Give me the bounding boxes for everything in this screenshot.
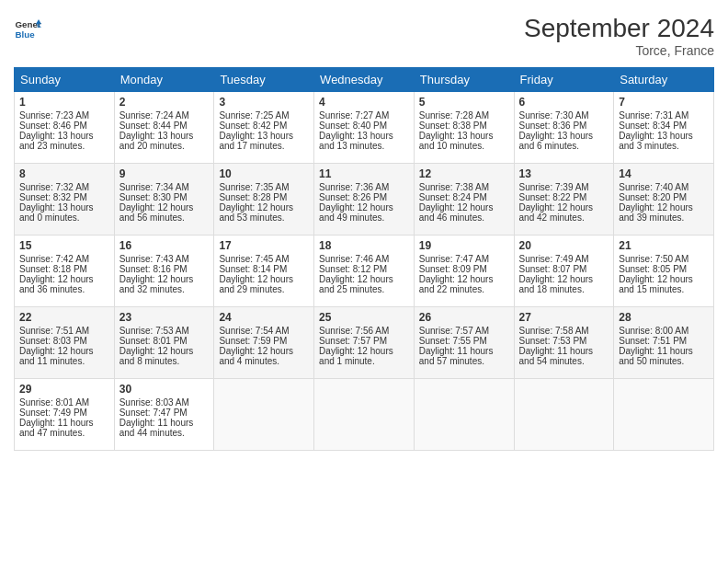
day-number: 30 (119, 383, 210, 396)
sunrise: Sunrise: 7:56 AM (319, 326, 389, 336)
day-number: 9 (119, 167, 210, 180)
sunrise: Sunrise: 7:40 AM (619, 182, 688, 192)
daylight: Daylight: 12 hours and 1 minute. (319, 346, 393, 366)
sunset: Sunset: 8:46 PM (19, 121, 87, 131)
logo: General Blue (14, 14, 41, 41)
calendar-cell (414, 379, 514, 451)
sunset: Sunset: 7:57 PM (319, 336, 387, 346)
sunrise: Sunrise: 7:58 AM (519, 326, 589, 336)
calendar-row: 8Sunrise: 7:32 AMSunset: 8:32 PMDaylight… (15, 164, 714, 236)
day-number: 3 (219, 96, 309, 109)
sunset: Sunset: 7:49 PM (19, 408, 87, 418)
daylight: Daylight: 12 hours and 8 minutes. (119, 346, 194, 366)
daylight: Daylight: 13 hours and 23 minutes. (19, 131, 94, 151)
sunrise: Sunrise: 7:31 AM (619, 110, 688, 121)
day-number: 29 (19, 383, 109, 396)
day-number: 8 (19, 167, 109, 180)
sunset: Sunset: 8:12 PM (319, 264, 387, 274)
sunset: Sunset: 8:34 PM (619, 121, 687, 131)
daylight: Daylight: 12 hours and 4 minutes. (219, 346, 293, 366)
sunrise: Sunrise: 7:28 AM (419, 110, 489, 121)
sunrise: Sunrise: 7:30 AM (519, 110, 589, 121)
title-block: September 2024 Torce, France (524, 14, 714, 58)
daylight: Daylight: 11 hours and 47 minutes. (19, 418, 94, 438)
calendar-cell: 1Sunrise: 7:23 AMSunset: 8:46 PMDaylight… (15, 92, 115, 164)
day-number: 4 (319, 96, 409, 109)
sunset: Sunset: 8:05 PM (619, 264, 687, 274)
day-number: 13 (519, 167, 609, 180)
day-number: 19 (419, 239, 509, 252)
daylight: Daylight: 11 hours and 54 minutes. (519, 346, 594, 366)
day-number: 15 (19, 239, 109, 252)
daylight: Daylight: 12 hours and 56 minutes. (119, 202, 194, 223)
sunset: Sunset: 7:53 PM (519, 336, 587, 346)
calendar-row: 15Sunrise: 7:42 AMSunset: 8:18 PMDayligh… (15, 236, 714, 307)
sunrise: Sunrise: 7:49 AM (519, 254, 589, 264)
daylight: Daylight: 12 hours and 49 minutes. (319, 202, 393, 223)
calendar-cell (214, 379, 314, 451)
sunset: Sunset: 8:28 PM (219, 192, 287, 202)
day-number: 18 (319, 239, 409, 252)
calendar-row: 1Sunrise: 7:23 AMSunset: 8:46 PMDaylight… (15, 92, 714, 164)
calendar-cell: 24Sunrise: 7:54 AMSunset: 7:59 PMDayligh… (214, 307, 314, 379)
day-number: 27 (519, 311, 609, 324)
daylight: Daylight: 13 hours and 10 minutes. (419, 131, 494, 151)
day-number: 21 (619, 239, 709, 252)
sunset: Sunset: 7:55 PM (419, 336, 487, 346)
calendar-cell: 3Sunrise: 7:25 AMSunset: 8:42 PMDaylight… (214, 92, 314, 164)
calendar-cell (314, 379, 415, 451)
calendar-table: Sunday Monday Tuesday Wednesday Thursday… (14, 67, 714, 451)
calendar-cell: 8Sunrise: 7:32 AMSunset: 8:32 PMDaylight… (15, 164, 115, 236)
sunset: Sunset: 8:30 PM (119, 192, 188, 202)
sunrise: Sunrise: 7:35 AM (219, 182, 289, 192)
calendar-cell: 17Sunrise: 7:45 AMSunset: 8:14 PMDayligh… (214, 236, 314, 307)
sunrise: Sunrise: 7:43 AM (119, 254, 189, 264)
sunrise: Sunrise: 7:45 AM (219, 254, 289, 264)
day-number: 25 (319, 311, 409, 324)
day-number: 22 (19, 311, 109, 324)
day-number: 20 (519, 239, 609, 252)
sunrise: Sunrise: 7:36 AM (319, 182, 389, 192)
calendar-cell: 21Sunrise: 7:50 AMSunset: 8:05 PMDayligh… (614, 236, 714, 307)
daylight: Daylight: 12 hours and 29 minutes. (219, 274, 293, 294)
month-title: September 2024 (524, 14, 714, 43)
daylight: Daylight: 11 hours and 50 minutes. (619, 346, 693, 366)
daylight: Daylight: 13 hours and 20 minutes. (119, 131, 194, 151)
sunset: Sunset: 8:14 PM (219, 264, 287, 274)
sunset: Sunset: 8:01 PM (119, 336, 188, 346)
calendar-cell: 28Sunrise: 8:00 AMSunset: 7:51 PMDayligh… (614, 307, 714, 379)
calendar-cell: 4Sunrise: 7:27 AMSunset: 8:40 PMDaylight… (314, 92, 415, 164)
col-wednesday: Wednesday (314, 68, 415, 92)
day-number: 14 (619, 167, 709, 180)
calendar-cell: 14Sunrise: 7:40 AMSunset: 8:20 PMDayligh… (614, 164, 714, 236)
sunrise: Sunrise: 7:34 AM (119, 182, 189, 192)
sunrise: Sunrise: 7:47 AM (419, 254, 489, 264)
col-friday: Friday (514, 68, 614, 92)
calendar-cell: 27Sunrise: 7:58 AMSunset: 7:53 PMDayligh… (514, 307, 614, 379)
calendar-cell: 2Sunrise: 7:24 AMSunset: 8:44 PMDaylight… (114, 92, 214, 164)
sunrise: Sunrise: 7:46 AM (319, 254, 389, 264)
daylight: Daylight: 11 hours and 57 minutes. (419, 346, 494, 366)
sunset: Sunset: 8:18 PM (19, 264, 87, 274)
day-number: 24 (219, 311, 309, 324)
daylight: Daylight: 13 hours and 0 minutes. (19, 202, 94, 223)
calendar-cell: 12Sunrise: 7:38 AMSunset: 8:24 PMDayligh… (414, 164, 514, 236)
calendar-cell: 6Sunrise: 7:30 AMSunset: 8:36 PMDaylight… (514, 92, 614, 164)
calendar-cell: 5Sunrise: 7:28 AMSunset: 8:38 PMDaylight… (414, 92, 514, 164)
calendar-row: 22Sunrise: 7:51 AMSunset: 8:03 PMDayligh… (15, 307, 714, 379)
col-saturday: Saturday (614, 68, 714, 92)
calendar-row: 29Sunrise: 8:01 AMSunset: 7:49 PMDayligh… (15, 379, 714, 451)
day-number: 23 (119, 311, 210, 324)
page-container: General Blue September 2024 Torce, Franc… (0, 0, 728, 460)
daylight: Daylight: 12 hours and 39 minutes. (619, 202, 693, 223)
sunrise: Sunrise: 7:38 AM (419, 182, 489, 192)
day-number: 10 (219, 167, 309, 180)
calendar-cell: 7Sunrise: 7:31 AMSunset: 8:34 PMDaylight… (614, 92, 714, 164)
calendar-cell: 16Sunrise: 7:43 AMSunset: 8:16 PMDayligh… (114, 236, 214, 307)
sunrise: Sunrise: 7:51 AM (19, 326, 89, 336)
sunset: Sunset: 8:42 PM (219, 121, 287, 131)
day-number: 17 (219, 239, 309, 252)
day-number: 7 (619, 96, 709, 109)
day-number: 6 (519, 96, 609, 109)
calendar-cell: 10Sunrise: 7:35 AMSunset: 8:28 PMDayligh… (214, 164, 314, 236)
